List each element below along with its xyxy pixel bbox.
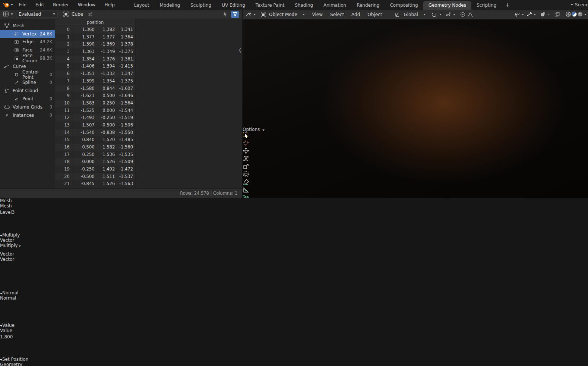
table-row[interactable]: 20-0.5001.511-1.537	[55, 173, 136, 181]
overlays-chevron[interactable]	[547, 14, 550, 15]
workspace-tab-uv-editing[interactable]: UV Editing	[216, 1, 250, 10]
object-name[interactable]: Cube	[72, 12, 83, 17]
viewport-canvas[interactable]: Options Z Y X	[243, 19, 588, 198]
gizmo-chevron[interactable]	[522, 14, 524, 15]
sidebar-group-volume-grids[interactable]: Volume Grids0	[0, 103, 55, 111]
menu-window[interactable]: Window	[73, 0, 100, 10]
mode-dropdown[interactable]: Object Mode	[269, 12, 297, 17]
snap-chevron[interactable]	[453, 14, 455, 15]
workspace-tab-layout[interactable]: Layout	[129, 1, 155, 10]
workspace-tab-compositing[interactable]: Compositing	[385, 1, 423, 10]
overlays-icon[interactable]	[539, 11, 546, 18]
shading-material-preview-icon[interactable]	[571, 11, 577, 18]
orientation-dropdown[interactable]: Global	[404, 12, 418, 17]
snapping-icon[interactable]	[431, 11, 438, 18]
sidebar-item-point[interactable]: Point0	[0, 95, 55, 103]
menu-edit[interactable]: Edit	[31, 0, 48, 10]
snapping-chevron[interactable]	[439, 14, 442, 15]
table-row[interactable]: 01.3601.3821.341	[55, 26, 136, 34]
viewport-menu-view[interactable]: View	[309, 12, 326, 17]
orientation-chevron[interactable]	[423, 14, 426, 15]
sidebar-group-instances[interactable]: Instances0	[0, 111, 55, 119]
editor-type-chevron[interactable]	[11, 13, 13, 15]
workspace-tab-rendering[interactable]: Rendering	[351, 1, 385, 10]
table-row[interactable]: 10-1.5830.250-1.564	[55, 100, 136, 107]
table-row[interactable]: 19-0.2501.492-1.472	[55, 166, 136, 173]
app-menu-chevron[interactable]	[11, 4, 13, 6]
viewport-menu-add[interactable]: Add	[348, 12, 364, 17]
scene-selector[interactable]: Scene	[564, 0, 588, 10]
dropdown-multiply[interactable]: Multiply	[0, 243, 61, 251]
table-row[interactable]: 5-1.4061.394-1.415	[55, 63, 136, 70]
node-header[interactable]: Value	[0, 323, 59, 328]
sidebar-group-point-cloud[interactable]: Point Cloud	[0, 87, 55, 95]
table-row[interactable]: 160.5001.582-1.560	[55, 144, 136, 151]
blender-logo-icon[interactable]	[2, 1, 10, 9]
active-tool-icon[interactable]	[527, 12, 532, 18]
table-row[interactable]: 13-1.507-0.500-1.506	[55, 122, 136, 129]
transform-orientation-icon[interactable]	[394, 11, 401, 18]
node-multiply-1[interactable]: MultiplyVectorMultiplyVectorVector	[0, 232, 61, 290]
shading-wireframe-icon[interactable]	[565, 11, 571, 18]
viewport-menu-select[interactable]: Select	[326, 12, 348, 17]
viewport-editor-type-icon[interactable]	[245, 11, 252, 18]
workspace-tab-shading[interactable]: Shading	[290, 1, 318, 10]
table-row[interactable]: 11-1.5250.000-1.544	[55, 107, 136, 115]
table-row[interactable]: 8-1.5800.844-1.607	[55, 85, 136, 93]
table-row[interactable]: 9-1.6210.500-1.646	[55, 92, 136, 100]
sidebar-item-vertex[interactable]: Vertex24.6K	[0, 30, 55, 38]
mode-chevron[interactable]	[303, 14, 305, 15]
pin-icon[interactable]	[87, 10, 94, 18]
node-subdivide-mesh[interactable]: Subdivide MeshMeshMeshLevel3	[0, 193, 60, 232]
node-normal[interactable]: NormalNormal	[0, 290, 61, 323]
column-header[interactable]: position	[55, 19, 136, 26]
table-row[interactable]: 170.2501.536-1.535	[55, 151, 136, 159]
table-row[interactable]: 11.3771.377-1.364	[55, 34, 136, 41]
workspace-tab-scripting[interactable]: Scripting	[471, 1, 502, 10]
shading-chevron[interactable]	[584, 14, 587, 15]
add-workspace-button[interactable]: +	[502, 1, 513, 9]
viewport-editor-chevron[interactable]	[253, 14, 256, 15]
table-row[interactable]: 14-1.540-0.838-1.550	[55, 129, 136, 137]
falloff-icon[interactable]	[467, 11, 474, 18]
node-header[interactable]: Normal	[0, 290, 61, 295]
table-row[interactable]: 21-0.8451.526-1.563	[55, 180, 136, 188]
sidebar-item-control-point[interactable]: Control Point0	[0, 71, 55, 79]
table-row[interactable]: 150.8401.520-1.485	[55, 136, 136, 144]
menu-file[interactable]: File	[15, 0, 31, 10]
table-row[interactable]: 6-1.351-1.3321.347	[55, 70, 136, 78]
snap-magnet-icon[interactable]	[445, 11, 452, 18]
menu-help[interactable]: Help	[100, 0, 119, 10]
sidebar-item-spline[interactable]: Spline0	[0, 79, 55, 87]
node-set-position[interactable]: Set PositionGeometryGeometrySelectionPos…	[0, 357, 60, 366]
sidebar-item-face-corner[interactable]: Face Corner98.3K	[0, 54, 55, 62]
show-gizmo-icon[interactable]	[513, 11, 521, 18]
field-level[interactable]: Level3	[0, 209, 60, 216]
menu-render[interactable]: Render	[48, 0, 73, 10]
editor-type-icon[interactable]	[2, 10, 10, 18]
region-collapse-icon[interactable]: ❬	[238, 47, 242, 53]
viewport-menu-object[interactable]: Object	[364, 12, 386, 17]
table-row[interactable]: 180.0001.526-1.509	[55, 158, 136, 166]
workspace-tab-sculpting[interactable]: Sculpting	[185, 1, 216, 10]
tool-chevron[interactable]	[534, 14, 536, 15]
filter-icon[interactable]	[231, 11, 239, 18]
table-row[interactable]: 4-1.3541.3761.361	[55, 56, 136, 63]
workspace-tab-animation[interactable]: Animation	[318, 1, 351, 10]
shading-rendered-icon[interactable]	[577, 11, 583, 18]
value-field[interactable]: 1.800	[0, 333, 59, 341]
node-value[interactable]: ValueValue1.800	[0, 323, 59, 357]
sidebar-group-mesh[interactable]: Mesh	[0, 22, 55, 30]
table-row[interactable]: 31.363-1.349-1.375	[55, 48, 136, 56]
table-row[interactable]: 21.390-1.3691.378	[55, 41, 136, 48]
node-header[interactable]: Set Position	[0, 357, 60, 362]
workspace-tab-geometry-nodes[interactable]: Geometry Nodes	[423, 1, 471, 10]
table-row[interactable]: 12-1.493-0.250-1.519	[55, 114, 136, 122]
sidebar-item-edge[interactable]: Edge49.2K	[0, 38, 55, 46]
node-header[interactable]: Multiply	[0, 232, 61, 238]
proportional-editing-icon[interactable]	[459, 11, 467, 18]
xray-icon[interactable]	[553, 11, 561, 18]
workspace-tab-modeling[interactable]: Modeling	[155, 1, 186, 10]
cursor-select-icon[interactable]	[221, 10, 229, 18]
workspace-tab-texture-paint[interactable]: Texture Paint	[250, 1, 290, 10]
